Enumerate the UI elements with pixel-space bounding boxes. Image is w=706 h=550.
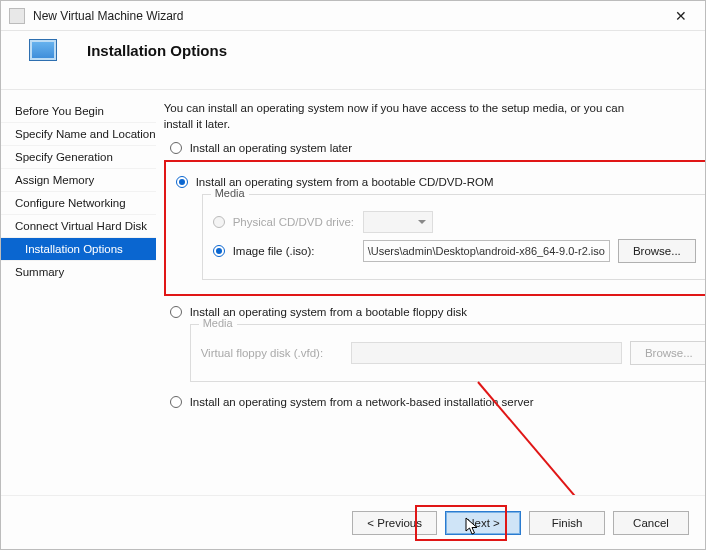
radio-install-later[interactable] xyxy=(170,142,182,154)
wizard-header: Installation Options xyxy=(1,31,705,90)
radio-install-floppy[interactable] xyxy=(170,306,182,318)
close-button[interactable]: ✕ xyxy=(665,4,697,28)
physical-drive-combo xyxy=(363,211,433,233)
content-pane: You can install an operating system now … xyxy=(156,90,706,492)
radio-install-network[interactable] xyxy=(170,396,182,408)
floppy-label: Virtual floppy disk (.vfd): xyxy=(201,347,351,359)
radio-install-later-label: Install an operating system later xyxy=(190,142,352,154)
highlight-cd-section: Install an operating system from a boota… xyxy=(164,160,706,296)
intro-text: You can install an operating system now … xyxy=(164,100,634,132)
previous-button[interactable]: < Previous xyxy=(352,511,437,535)
media-legend: Media xyxy=(211,187,249,199)
image-file-label: Image file (.iso): xyxy=(233,245,363,257)
physical-drive-label: Physical CD/DVD drive: xyxy=(233,216,363,228)
sidebar-item-connect-vhd[interactable]: Connect Virtual Hard Disk xyxy=(1,214,156,237)
sidebar-item-specify-name[interactable]: Specify Name and Location xyxy=(1,122,156,145)
iso-path-input[interactable]: \Users\admin\Desktop\android-x86_64-9.0-… xyxy=(363,240,610,262)
window-title: New Virtual Machine Wizard xyxy=(33,9,184,23)
browse-floppy-button: Browse... xyxy=(630,341,706,365)
media-fieldset: Media Physical CD/DVD drive: Image file … xyxy=(202,194,706,280)
sidebar-item-before-you-begin[interactable]: Before You Begin xyxy=(1,100,156,122)
header-icon xyxy=(29,39,57,61)
radio-install-network-label: Install an operating system from a netwo… xyxy=(190,396,534,408)
page-title: Installation Options xyxy=(87,42,227,59)
sidebar-item-specify-generation[interactable]: Specify Generation xyxy=(1,145,156,168)
window-icon xyxy=(9,8,25,24)
wizard-window: New Virtual Machine Wizard ✕ Installatio… xyxy=(0,0,706,550)
footer: < Previous Next > Finish Cancel xyxy=(1,495,705,549)
floppy-media-legend: Media xyxy=(199,317,237,329)
finish-button[interactable]: Finish xyxy=(529,511,605,535)
floppy-media-fieldset: Media Virtual floppy disk (.vfd): Browse… xyxy=(190,324,706,382)
floppy-path-input xyxy=(351,342,622,364)
cancel-button[interactable]: Cancel xyxy=(613,511,689,535)
radio-image-file[interactable] xyxy=(213,245,225,257)
wizard-steps-sidebar: Before You Begin Specify Name and Locati… xyxy=(1,90,156,492)
radio-physical-drive xyxy=(213,216,225,228)
sidebar-item-configure-networking[interactable]: Configure Networking xyxy=(1,191,156,214)
sidebar-item-assign-memory[interactable]: Assign Memory xyxy=(1,168,156,191)
titlebar: New Virtual Machine Wizard ✕ xyxy=(1,1,705,31)
browse-iso-button[interactable]: Browse... xyxy=(618,239,696,263)
radio-install-cd[interactable] xyxy=(176,176,188,188)
sidebar-item-installation-options[interactable]: Installation Options xyxy=(1,237,156,260)
sidebar-item-summary[interactable]: Summary xyxy=(1,260,156,283)
next-button[interactable]: Next > xyxy=(445,511,521,535)
